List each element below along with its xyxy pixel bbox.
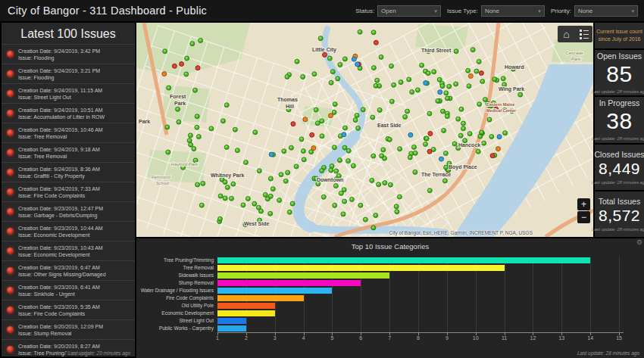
map-marker-green[interactable]	[167, 86, 171, 90]
map-marker-green[interactable]	[371, 66, 376, 70]
chart-bar[interactable]	[217, 295, 304, 301]
map-marker-green[interactable]	[437, 77, 442, 82]
map-marker-green[interactable]	[392, 82, 396, 87]
chart-bar[interactable]	[217, 272, 389, 279]
map-marker-green[interactable]	[209, 126, 214, 131]
map-marker-green[interactable]	[383, 181, 387, 185]
map-marker-green[interactable]	[477, 59, 481, 64]
map-marker-green[interactable]	[474, 69, 479, 73]
map-marker-green[interactable]	[483, 98, 487, 102]
map-marker-green[interactable]	[338, 158, 342, 163]
map-marker-green[interactable]	[355, 113, 359, 117]
map-marker-green[interactable]	[282, 149, 286, 154]
map-marker-green[interactable]	[339, 191, 343, 195]
map-marker-green[interactable]	[346, 159, 351, 163]
map-marker-green[interactable]	[270, 187, 275, 191]
map-marker-blue[interactable]	[497, 135, 502, 139]
map-marker-green[interactable]	[333, 203, 337, 207]
map-marker-green[interactable]	[444, 91, 449, 95]
map-marker-orange[interactable]	[468, 74, 473, 79]
map-marker-green[interactable]	[268, 176, 273, 181]
map-marker-green[interactable]	[407, 77, 411, 82]
map-marker-green[interactable]	[163, 49, 167, 54]
map-home-button[interactable]: ⌂	[559, 26, 574, 42]
map-marker-green[interactable]	[165, 125, 170, 129]
priority-select[interactable]: None ▾	[574, 5, 638, 17]
map-marker-green[interactable]	[489, 135, 494, 139]
map-marker-green[interactable]	[218, 194, 223, 198]
map-marker-green[interactable]	[302, 157, 306, 162]
map-marker-green[interactable]	[241, 203, 245, 207]
map-marker-green[interactable]	[361, 107, 365, 112]
map-marker-green[interactable]	[330, 70, 335, 74]
map-marker-green[interactable]	[470, 48, 475, 52]
map-marker-green[interactable]	[218, 216, 223, 221]
map-marker-green[interactable]	[231, 182, 236, 186]
map-marker-green[interactable]	[432, 70, 436, 74]
map-marker-green[interactable]	[413, 151, 417, 155]
map-marker-green[interactable]	[467, 132, 472, 136]
map-marker-green[interactable]	[358, 30, 362, 34]
map-marker-green[interactable]	[195, 125, 199, 129]
map-marker-green[interactable]	[353, 118, 358, 123]
map-marker-red[interactable]	[172, 64, 177, 68]
map-marker-green[interactable]	[252, 201, 257, 206]
map-marker-green[interactable]	[190, 42, 195, 46]
map-marker-green[interactable]	[342, 57, 347, 61]
map-marker-green[interactable]	[405, 109, 410, 114]
map-marker-blue[interactable]	[439, 157, 444, 161]
map-marker-green[interactable]	[223, 180, 227, 185]
map-marker-green[interactable]	[456, 117, 461, 121]
map-marker-green[interactable]	[343, 126, 348, 130]
map-marker-green[interactable]	[447, 84, 452, 89]
map-marker-green[interactable]	[235, 148, 239, 153]
map-marker-green[interactable]	[374, 213, 378, 218]
map-marker-red[interactable]	[374, 40, 378, 45]
chart-bar[interactable]	[217, 288, 332, 294]
map-marker-green[interactable]	[377, 107, 382, 112]
map-marker-green[interactable]	[389, 64, 394, 68]
settings-gear-icon[interactable]: ⚙	[636, 238, 642, 246]
map-marker-green[interactable]	[477, 102, 482, 107]
map-marker-green[interactable]	[426, 71, 430, 76]
list-item[interactable]: Creation Date: 9/23/2019, 5:35 AMIssue: …	[2, 300, 135, 319]
list-item[interactable]: Creation Date: 9/24/2019, 11:15 AMIssue:…	[2, 83, 135, 103]
map-marker-green[interactable]	[487, 117, 492, 122]
map-marker-green[interactable]	[188, 133, 192, 138]
map-marker-red[interactable]	[310, 132, 314, 137]
list-item[interactable]: Creation Date: 9/23/2019, 10:43 AMIssue:…	[2, 241, 135, 260]
map-marker-green[interactable]	[342, 199, 347, 204]
map-marker-green[interactable]	[244, 160, 249, 165]
map-marker-green[interactable]	[346, 148, 351, 153]
map-marker-red[interactable]	[427, 149, 432, 154]
map-marker-blue[interactable]	[352, 57, 356, 61]
map-marker-green[interactable]	[187, 139, 192, 143]
map-marker-green[interactable]	[184, 72, 189, 76]
map-marker-red[interactable]	[428, 132, 433, 136]
chart-bar[interactable]	[217, 257, 590, 263]
map-marker-orange[interactable]	[329, 114, 333, 118]
map-marker-green[interactable]	[420, 63, 424, 67]
chart-bar[interactable]	[217, 310, 275, 316]
map-marker-green[interactable]	[315, 121, 320, 126]
map-marker-green[interactable]	[330, 164, 334, 169]
map-marker-green[interactable]	[199, 39, 203, 43]
map-marker-green[interactable]	[192, 147, 196, 151]
map-marker-green[interactable]	[374, 83, 378, 88]
list-item[interactable]: Creation Date: 9/20/2019, 12:09 PMIssue:…	[2, 319, 135, 339]
list-item[interactable]: Creation Date: 9/24/2019, 3:21 PMIssue: …	[2, 64, 135, 83]
map-marker-green[interactable]	[408, 155, 412, 160]
map-marker-green[interactable]	[321, 195, 326, 199]
map-marker-green[interactable]	[442, 129, 446, 133]
map-marker-red[interactable]	[180, 62, 184, 67]
map-marker-blue[interactable]	[424, 81, 428, 86]
map-marker-green[interactable]	[356, 126, 361, 130]
map-marker-blue[interactable]	[438, 90, 442, 95]
map-marker-green[interactable]	[371, 154, 376, 158]
map-marker-green[interactable]	[410, 90, 414, 95]
chart-bar[interactable]	[217, 318, 246, 324]
map-marker-green[interactable]	[427, 188, 432, 193]
map-marker-green[interactable]	[320, 119, 324, 123]
map-marker-green[interactable]	[492, 77, 497, 82]
map-marker-green[interactable]	[221, 119, 226, 123]
